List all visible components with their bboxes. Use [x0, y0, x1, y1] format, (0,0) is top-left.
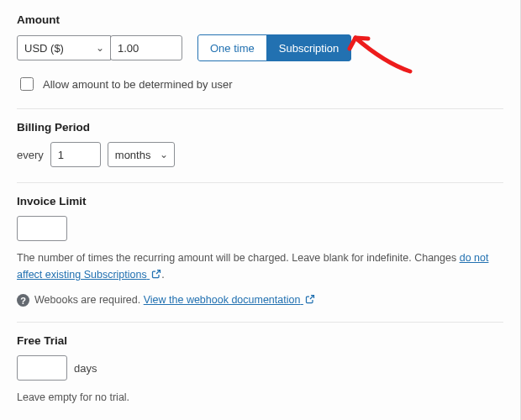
free-trial-help: Leave empty for no trial. [17, 389, 503, 406]
free-trial-label: Free Trial [17, 334, 503, 347]
invoice-help-suffix: . [161, 269, 164, 281]
one-time-toggle[interactable]: One time [197, 34, 267, 61]
external-link-icon [151, 267, 161, 284]
invoice-limit-label: Invoice Limit [17, 195, 503, 207]
question-icon: ? [17, 294, 29, 307]
external-link-icon [305, 294, 315, 307]
billing-unit-select[interactable]: months [108, 142, 175, 167]
amount-label: Amount [17, 13, 503, 26]
subscription-toggle[interactable]: Subscription [266, 34, 352, 61]
allow-user-amount-label: Allow amount to be determined by user [43, 78, 232, 91]
currency-select[interactable]: USD ($) [17, 35, 111, 60]
webhook-text: Webooks are required. [34, 294, 144, 306]
webhook-doc-link[interactable]: View the webhook documentation [144, 294, 315, 306]
billing-prefix: every [17, 149, 44, 161]
free-trial-suffix: days [74, 362, 97, 375]
billing-period-label: Billing Period [17, 121, 503, 134]
free-trial-input[interactable] [17, 355, 67, 381]
amount-input[interactable] [110, 35, 182, 60]
billing-interval-input[interactable] [50, 142, 101, 167]
allow-user-amount-checkbox[interactable] [20, 77, 34, 91]
invoice-help-text: The number of times the recurring amount… [17, 252, 460, 264]
invoice-limit-input[interactable] [17, 216, 67, 241]
